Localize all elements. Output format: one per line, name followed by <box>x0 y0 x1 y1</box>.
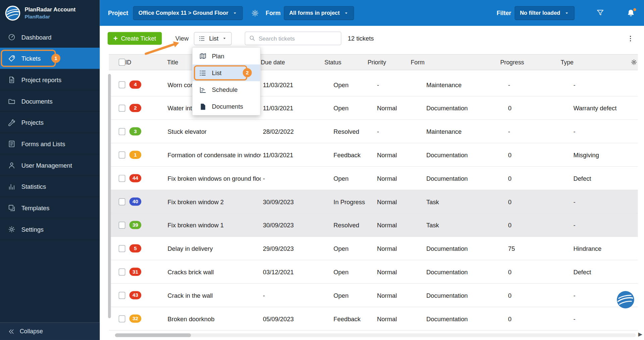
row-checkbox[interactable] <box>119 175 125 182</box>
account-header[interactable]: PlanRadar Account PlanRadar <box>0 0 100 26</box>
collapse-button[interactable]: Collapse <box>0 322 100 340</box>
ticket-id-badge: 44 <box>129 174 142 182</box>
sidebar-item-label: Tickets <box>21 55 41 62</box>
sidebar-item-settings[interactable]: Settings <box>0 218 100 240</box>
column-header-priority[interactable]: Priority <box>368 59 411 66</box>
ticket-id-badge: 31 <box>129 268 142 276</box>
sidebar-item-forms-and-lists[interactable]: Forms and Lists <box>0 133 100 155</box>
sidebar-item-user-management[interactable]: User Management <box>0 154 100 176</box>
ticket-due-date: 29/09/2023 <box>261 245 325 252</box>
column-header-status[interactable]: Status <box>324 59 368 66</box>
ticket-due-date: 30/09/2023 <box>261 198 325 205</box>
filter-selector[interactable]: No filter loaded <box>515 6 575 20</box>
ticket-status: Open <box>324 245 368 252</box>
sidebar-item-label: Statistics <box>21 183 46 190</box>
sidebar-item-dashboard[interactable]: Dashboard <box>0 26 100 48</box>
view-menu-item-schedule[interactable]: Schedule <box>193 81 260 98</box>
sidebar-item-statistics[interactable]: Statistics <box>0 176 100 197</box>
view-menu-item-label: Documents <box>212 103 243 110</box>
ticket-type: - <box>560 292 621 299</box>
table-row[interactable]: 5 Delay in delivery 29/09/2023 Open Norm… <box>109 237 638 261</box>
select-all-checkbox[interactable] <box>119 59 125 66</box>
caret-down-icon <box>564 10 569 15</box>
view-menu-item-label: List <box>212 69 222 76</box>
table-row[interactable]: 44 Fix broken windows on ground floor - … <box>109 167 638 190</box>
row-checkbox[interactable] <box>119 292 125 299</box>
ticket-status: Feedback <box>324 151 368 158</box>
row-checkbox[interactable] <box>119 268 125 275</box>
column-header-progress[interactable]: Progress <box>500 59 560 66</box>
column-settings-gear-icon[interactable] <box>631 59 638 66</box>
sidebar-item-project-reports[interactable]: Project reports <box>0 69 100 91</box>
ticket-form: Documentation <box>411 175 500 182</box>
ticket-type: - <box>560 198 621 205</box>
form-selector[interactable]: All forms in project <box>284 6 354 20</box>
row-checkbox[interactable] <box>119 315 125 322</box>
table-row[interactable]: 43 Crack in the wall - Open Normal Docum… <box>109 284 638 307</box>
account-name: PlanRadar <box>24 13 75 20</box>
row-checkbox[interactable] <box>119 151 125 158</box>
table-row[interactable]: 40 Fix broken window 2 30/09/2023 In Pro… <box>109 190 638 214</box>
column-header-form[interactable]: Form <box>411 59 500 66</box>
notifications-bell-icon[interactable] <box>627 9 635 17</box>
ticket-progress: - <box>500 128 560 135</box>
vertical-scrollbar[interactable] <box>108 74 111 318</box>
column-header-due-date[interactable]: Due date <box>261 59 325 66</box>
form-label: Form <box>266 10 280 16</box>
row-checkbox[interactable] <box>119 222 125 229</box>
ticket-type: - <box>560 222 621 229</box>
table-row[interactable]: 39 Fix broken window 1 30/09/2023 Resolv… <box>109 214 638 237</box>
create-ticket-button[interactable]: + Create Ticket <box>108 32 162 45</box>
account-title: PlanRadar Account <box>24 6 75 13</box>
row-checkbox[interactable] <box>119 105 125 112</box>
view-menu-item-list[interactable]: List 2 <box>193 64 260 81</box>
row-checkbox[interactable] <box>119 245 125 252</box>
ticket-due-date: 05/09/2023 <box>261 315 325 322</box>
gear-icon[interactable] <box>251 9 259 17</box>
scroll-right-arrow[interactable]: ▶ <box>638 331 642 337</box>
view-menu-item-plan[interactable]: Plan <box>193 48 260 64</box>
table-row[interactable]: 32 Broken doorknob 05/09/2023 Feedback N… <box>109 307 638 331</box>
view-menu-item-documents[interactable]: Documents <box>193 98 260 115</box>
row-checkbox[interactable] <box>119 81 125 88</box>
planradar-watermark-logo <box>616 290 635 309</box>
ticket-due-date: 11/03/2021 <box>261 81 325 88</box>
table-row[interactable]: 3 Stuck elevator 28/02/2022 Resolved - M… <box>109 120 638 144</box>
table-row[interactable]: 4 Worn con 11/03/2021 Open - Maintenance… <box>109 73 638 97</box>
ticket-priority: - <box>368 81 411 88</box>
ticket-id-badge: 1 <box>129 151 142 159</box>
caret-down-icon <box>222 36 226 41</box>
horizontal-scrollbar-thumb[interactable] <box>115 333 191 337</box>
horizontal-scrollbar[interactable] <box>115 333 636 337</box>
ticket-priority: Normal <box>368 315 411 322</box>
form-selector-value: All forms in project <box>289 10 340 16</box>
ticket-id-badge: 40 <box>129 197 142 206</box>
table-row[interactable]: 31 Cracks brick wall 03/12/2021 Open Nor… <box>109 260 638 284</box>
ticket-priority: Normal <box>368 151 411 158</box>
report-icon <box>8 76 15 83</box>
ticket-priority: Normal <box>368 105 411 112</box>
ticket-due-date: 30/09/2023 <box>261 222 325 229</box>
sidebar-item-templates[interactable]: Templates <box>0 197 100 219</box>
ticket-form: Documentation <box>411 268 500 275</box>
row-checkbox[interactable] <box>119 128 125 135</box>
view-dropdown-button[interactable]: List <box>194 32 231 45</box>
ticket-form: Maintenance <box>411 128 500 135</box>
sidebar-item-documents[interactable]: Documents <box>0 90 100 112</box>
sidebar-item-projects[interactable]: Projects <box>0 112 100 133</box>
document-icon <box>199 103 207 110</box>
project-selector[interactable]: Office Complex 11 > Ground Floor <box>133 6 243 20</box>
sidebar-item-tickets[interactable]: Tickets 1 <box>0 48 100 69</box>
table-row[interactable]: 2 Water intr 11/03/2021 Open Normal Docu… <box>109 97 638 120</box>
sidebar: PlanRadar Account PlanRadar Dashboard Ti… <box>0 0 100 340</box>
search-tickets-input[interactable] <box>245 32 341 45</box>
table-row[interactable]: 1 Formation of condensate in window 11/0… <box>109 143 638 167</box>
column-header-id[interactable]: ID <box>125 59 167 66</box>
sidebar-item-label: Forms and Lists <box>21 140 65 147</box>
filter-funnel-icon[interactable] <box>596 9 604 17</box>
ticket-form: Documentation <box>411 315 500 322</box>
ticket-priority: Normal <box>368 268 411 275</box>
column-header-type[interactable]: Type <box>560 59 621 66</box>
row-checkbox[interactable] <box>119 198 125 205</box>
more-options-kebab-icon[interactable] <box>627 35 634 42</box>
